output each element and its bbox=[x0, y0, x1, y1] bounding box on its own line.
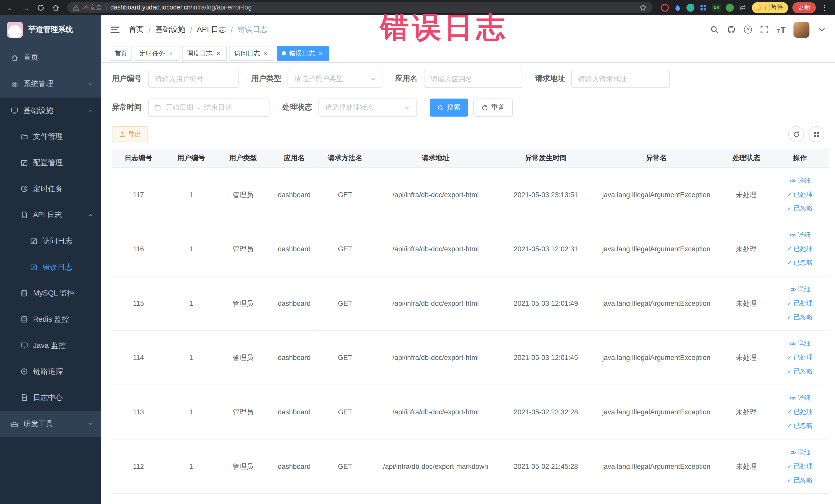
navbar: 首页 / 基础设施 / API 日志 / 错误日志 ? TT bbox=[101, 15, 835, 44]
sidebar-item-home[interactable]: 首页 bbox=[0, 44, 101, 71]
detail-link[interactable]: 详细 bbox=[773, 391, 826, 405]
extension-icon[interactable]: on bbox=[712, 3, 721, 11]
breadcrumb-item-current: 错误日志 bbox=[238, 25, 267, 34]
sidebar-item-devtools[interactable]: 研发工具 bbox=[0, 411, 101, 438]
sidebar-item-log-center[interactable]: 日志中心 bbox=[0, 385, 101, 411]
sidebar-item-error-log[interactable]: 错误日志 bbox=[0, 254, 101, 280]
submenu-infrastructure: 基础设施 文件管理 配置管理 定时任务 API 日志 bbox=[0, 98, 101, 411]
detail-link[interactable]: 详细 bbox=[773, 283, 826, 297]
sidebar: 芋道管理系统 首页 系统管理 基础设施 文件管理 配置管理 bbox=[0, 15, 101, 504]
cell-app-name: dashboard bbox=[269, 222, 320, 276]
sidebar-item-system[interactable]: 系统管理 bbox=[0, 71, 101, 98]
sidebar-item-scheduled-jobs[interactable]: 定时任务 bbox=[0, 176, 101, 202]
table-header-row: 日志编号 用户编号 用户类型 应用名 请求方法名 请求地址 异常发生时间 异常名… bbox=[112, 149, 829, 168]
user-type-select[interactable]: 请选择用户类型 bbox=[287, 70, 382, 88]
breadcrumb-item[interactable]: 基础设施 bbox=[156, 25, 185, 34]
process-status-select[interactable]: 请选择处理状态 bbox=[319, 99, 417, 117]
close-icon[interactable]: × bbox=[317, 49, 324, 57]
ignored-link[interactable]: ✓已忽略 bbox=[773, 256, 826, 270]
request-url-label: 请求地址 bbox=[535, 74, 565, 83]
tab-access-log[interactable]: 访问日志× bbox=[229, 46, 274, 61]
sidebar-item-file-management[interactable]: 文件管理 bbox=[0, 123, 101, 150]
detail-link[interactable]: 详细 bbox=[773, 174, 826, 188]
sidebar-item-api-log[interactable]: API 日志 bbox=[0, 202, 101, 228]
sidebar-item-config-management[interactable]: 配置管理 bbox=[0, 150, 101, 176]
search-icon[interactable] bbox=[710, 25, 719, 34]
search-button[interactable]: 搜索 bbox=[430, 99, 468, 117]
back-button[interactable]: ← bbox=[4, 1, 17, 14]
tab-error-log[interactable]: 错误日志× bbox=[277, 46, 329, 61]
extension-icon[interactable] bbox=[674, 3, 681, 11]
processed-link[interactable]: ✓已处理 bbox=[773, 242, 826, 256]
home-button[interactable] bbox=[49, 1, 62, 14]
avatar[interactable] bbox=[793, 22, 809, 38]
fullscreen-icon[interactable] bbox=[760, 25, 769, 34]
cell-status: 未处理 bbox=[721, 276, 771, 331]
processed-link[interactable]: ✓已处理 bbox=[773, 459, 826, 473]
refresh-table-button[interactable] bbox=[788, 126, 804, 142]
forward-button[interactable]: → bbox=[19, 1, 32, 14]
processed-link[interactable]: ✓已处理 bbox=[773, 351, 826, 365]
sidebar-item-infrastructure[interactable]: 基础设施 bbox=[0, 98, 101, 124]
close-icon[interactable]: × bbox=[262, 49, 269, 57]
logo[interactable]: 芋道管理系统 bbox=[0, 15, 101, 44]
font-size-icon[interactable]: TT bbox=[777, 26, 786, 34]
chevron-down-icon[interactable] bbox=[817, 25, 827, 34]
sidebar-item-java-monitor[interactable]: Java 监控 bbox=[0, 332, 101, 359]
app-name-input[interactable] bbox=[424, 70, 522, 88]
ignored-link[interactable]: ✓已忽略 bbox=[773, 365, 826, 379]
ignored-link[interactable]: ✓已忽略 bbox=[773, 202, 826, 216]
user-id-input[interactable] bbox=[148, 70, 239, 88]
sidebar-item-tracing[interactable]: 链路追踪 bbox=[0, 358, 101, 385]
breadcrumb-item[interactable]: API 日志 bbox=[197, 25, 226, 34]
close-icon[interactable]: × bbox=[167, 49, 175, 57]
browser-menu-icon[interactable]: ⋮ bbox=[818, 1, 831, 14]
cell-log-id: 112 bbox=[112, 439, 165, 494]
detail-link[interactable]: 详细 bbox=[773, 228, 826, 242]
address-bar[interactable]: 不安全 dashboard.yudao.iocoder.cn/infra/log… bbox=[67, 2, 652, 13]
cell-time: 2021-05-02 21:45:28 bbox=[501, 439, 591, 494]
detail-link[interactable]: 详细 bbox=[773, 445, 826, 459]
github-icon[interactable] bbox=[727, 25, 736, 34]
hamburger-icon[interactable] bbox=[109, 24, 120, 35]
export-button[interactable]: 导出 bbox=[112, 126, 148, 142]
help-icon[interactable]: ? bbox=[744, 26, 752, 34]
breadcrumb-separator: / bbox=[149, 25, 151, 34]
processed-link[interactable]: ✓已处理 bbox=[773, 188, 826, 202]
error-log-table: 日志编号 用户编号 用户类型 应用名 请求方法名 请求地址 异常发生时间 异常名… bbox=[112, 149, 829, 494]
extension-icon[interactable] bbox=[726, 3, 734, 11]
ignored-link[interactable]: ✓已忽略 bbox=[773, 310, 826, 324]
ignored-link[interactable]: ✓已忽略 bbox=[773, 419, 826, 433]
cell-method: GET bbox=[320, 385, 371, 439]
extension-icon[interactable] bbox=[686, 3, 694, 11]
update-button[interactable]: 更新 bbox=[792, 2, 816, 13]
cell-user-type: 管理员 bbox=[217, 276, 269, 331]
sidebar-item-access-log[interactable]: 访问日志 bbox=[0, 228, 101, 254]
cell-log-id: 115 bbox=[112, 276, 165, 331]
extension-icon[interactable] bbox=[738, 3, 747, 11]
edit-icon bbox=[30, 263, 38, 271]
column-header: 操作 bbox=[771, 149, 829, 168]
paused-badge[interactable]: 已暂停 bbox=[752, 2, 788, 13]
reload-button[interactable] bbox=[34, 1, 47, 14]
extension-icon[interactable] bbox=[661, 3, 669, 11]
extension-icon[interactable] bbox=[699, 3, 707, 11]
close-icon[interactable]: × bbox=[215, 49, 222, 57]
bookmark-star-icon[interactable] bbox=[639, 3, 647, 11]
sidebar-item-mysql-monitor[interactable]: MySQL 监控 bbox=[0, 280, 101, 306]
detail-link[interactable]: 详细 bbox=[773, 337, 826, 351]
column-header: 请求方法名 bbox=[320, 149, 371, 168]
processed-link[interactable]: ✓已处理 bbox=[773, 405, 826, 419]
reset-button[interactable]: 重置 bbox=[473, 99, 513, 117]
refresh-icon bbox=[793, 131, 799, 138]
breadcrumb-item[interactable]: 首页 bbox=[129, 25, 144, 34]
column-settings-button[interactable] bbox=[808, 126, 824, 142]
ignored-link[interactable]: ✓已忽略 bbox=[773, 473, 826, 487]
date-range-picker[interactable]: 开始日期 - 结束日期 bbox=[148, 99, 269, 117]
tab-home[interactable]: 首页 bbox=[109, 46, 132, 61]
request-url-input[interactable] bbox=[571, 70, 670, 88]
sidebar-item-redis-monitor[interactable]: Redis 监控 bbox=[0, 306, 101, 332]
processed-link[interactable]: ✓已处理 bbox=[773, 297, 826, 310]
tab-scheduled-jobs[interactable]: 定时任务× bbox=[135, 46, 179, 61]
tab-dispatch-log[interactable]: 调度日志× bbox=[182, 46, 227, 61]
